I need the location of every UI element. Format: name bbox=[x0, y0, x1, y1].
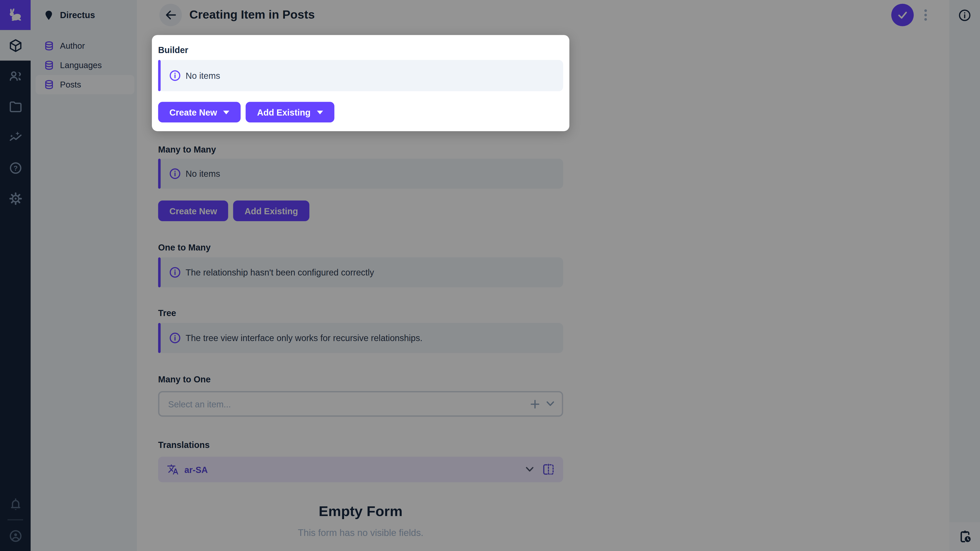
chevron-down-icon bbox=[317, 110, 323, 114]
notice-text: No items bbox=[186, 71, 220, 81]
notice-accent-bar bbox=[158, 60, 161, 91]
chevron-down-icon bbox=[223, 110, 229, 114]
add-existing-button[interactable]: Add Existing bbox=[246, 102, 334, 122]
info-icon bbox=[169, 70, 181, 81]
directus-app: Creating Item in Posts Builder bbox=[0, 0, 980, 551]
create-new-button[interactable]: Create New bbox=[158, 102, 241, 122]
builder-notice: No items bbox=[158, 60, 563, 91]
field-builder: Builder No items Create New bbox=[152, 35, 570, 131]
builder-buttons: Create New Add Existing bbox=[158, 102, 563, 122]
field-label: Builder bbox=[158, 45, 563, 55]
